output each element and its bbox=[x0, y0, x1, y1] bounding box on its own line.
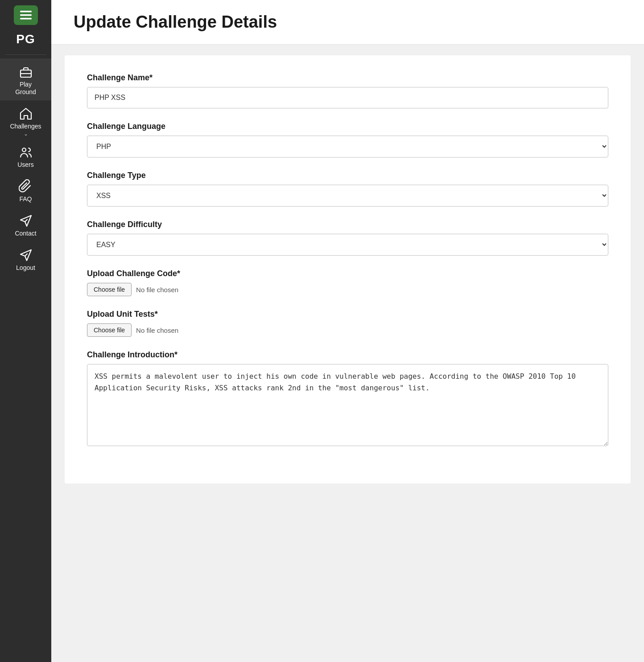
form-container: Challenge Name* Challenge Language PHP J… bbox=[65, 55, 631, 484]
menu-icon bbox=[20, 11, 32, 20]
challenge-language-label: Challenge Language bbox=[87, 122, 608, 131]
challenge-intro-label: Challenge Introduction* bbox=[87, 350, 608, 360]
sidebar-item-users[interactable]: Users bbox=[0, 139, 51, 173]
upload-tests-group: Upload Unit Tests* Choose file No file c… bbox=[87, 310, 608, 337]
challenges-chevron-icon: ⌄ bbox=[24, 131, 28, 137]
svg-rect-1 bbox=[20, 14, 32, 16]
sidebar-item-logout-label: Logout bbox=[16, 264, 35, 272]
sidebar-item-contact[interactable]: Contact bbox=[0, 207, 51, 242]
page-header: Update Challenge Details bbox=[51, 0, 644, 45]
upload-tests-wrapper: Choose file No file chosen bbox=[87, 323, 608, 337]
sidebar-item-challenges[interactable]: Challenges ⌄ bbox=[0, 100, 51, 139]
upload-code-label: Upload Challenge Code* bbox=[87, 269, 608, 278]
challenge-difficulty-label: Challenge Difficulty bbox=[87, 220, 608, 229]
home-icon bbox=[19, 107, 33, 121]
svg-point-5 bbox=[22, 148, 26, 152]
sidebar-item-faq-label: FAQ bbox=[19, 195, 32, 203]
main-content: Update Challenge Details Challenge Name*… bbox=[51, 0, 644, 662]
upload-tests-label: Upload Unit Tests* bbox=[87, 310, 608, 319]
challenge-language-group: Challenge Language PHP JavaScript Python… bbox=[87, 122, 608, 157]
sidebar-item-logout[interactable]: Logout bbox=[0, 242, 51, 276]
sidebar-item-playground[interactable]: PlayGround bbox=[0, 58, 51, 100]
challenge-language-select[interactable]: PHP JavaScript Python Java bbox=[87, 136, 608, 157]
logout-icon bbox=[19, 248, 33, 262]
upload-code-status: No file chosen bbox=[136, 286, 178, 294]
challenge-type-group: Challenge Type XSS SQL Injection CSRF Bu… bbox=[87, 171, 608, 207]
paperclip-icon bbox=[19, 179, 33, 194]
page-title: Update Challenge Details bbox=[74, 12, 622, 32]
challenge-intro-group: Challenge Introduction* XSS permits a ma… bbox=[87, 350, 608, 448]
sidebar-brand: PG bbox=[16, 32, 35, 46]
challenge-difficulty-group: Challenge Difficulty EASY MEDIUM HARD bbox=[87, 220, 608, 256]
sidebar-logo-area bbox=[0, 0, 51, 29]
challenge-type-label: Challenge Type bbox=[87, 171, 608, 180]
users-icon bbox=[19, 145, 33, 159]
upload-code-group: Upload Challenge Code* Choose file No fi… bbox=[87, 269, 608, 296]
sidebar-item-contact-label: Contact bbox=[15, 230, 36, 237]
sidebar: PG PlayGround Challenges ⌄ Users FAQ bbox=[0, 0, 51, 662]
upload-tests-button[interactable]: Choose file bbox=[87, 323, 132, 337]
sidebar-divider bbox=[5, 54, 46, 55]
challenge-intro-textarea[interactable]: XSS permits a malevolent user to inject … bbox=[87, 364, 608, 446]
sidebar-item-challenges-label: Challenges bbox=[10, 123, 41, 130]
svg-line-7 bbox=[25, 254, 27, 256]
svg-rect-0 bbox=[20, 11, 32, 12]
challenge-name-group: Challenge Name* bbox=[87, 73, 608, 108]
sidebar-item-playground-label: PlayGround bbox=[15, 81, 36, 96]
challenge-type-select[interactable]: XSS SQL Injection CSRF Buffer Overflow bbox=[87, 185, 608, 207]
upload-tests-status: No file chosen bbox=[136, 327, 178, 334]
challenge-difficulty-select[interactable]: EASY MEDIUM HARD bbox=[87, 234, 608, 256]
challenge-name-input[interactable] bbox=[87, 87, 608, 108]
menu-toggle-button[interactable] bbox=[14, 5, 38, 25]
sidebar-item-faq[interactable]: FAQ bbox=[0, 173, 51, 207]
challenge-name-label: Challenge Name* bbox=[87, 73, 608, 83]
contact-send-icon bbox=[19, 214, 33, 228]
svg-rect-2 bbox=[20, 18, 32, 20]
sidebar-item-users-label: Users bbox=[17, 161, 34, 169]
upload-code-button[interactable]: Choose file bbox=[87, 283, 132, 296]
upload-code-wrapper: Choose file No file chosen bbox=[87, 283, 608, 296]
briefcase-icon bbox=[19, 65, 33, 79]
svg-line-6 bbox=[25, 219, 27, 222]
